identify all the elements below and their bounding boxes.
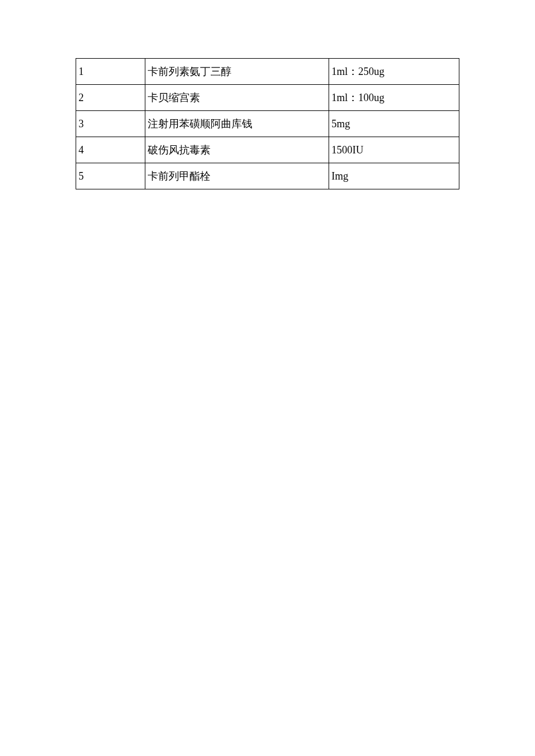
row-index: 5 xyxy=(76,163,145,189)
medication-name: 卡前列甲酯栓 xyxy=(145,163,329,189)
medication-spec: 1ml：100ug xyxy=(329,85,459,111)
medication-name: 卡前列素氨丁三醇 xyxy=(145,59,329,85)
table-row: 2 卡贝缩宫素 1ml：100ug xyxy=(76,85,459,111)
table-row: 5 卡前列甲酯栓 Img xyxy=(76,163,459,189)
medication-name: 破伤风抗毒素 xyxy=(145,137,329,163)
table-row: 3 注射用苯磺顺阿曲库钱 5mg xyxy=(76,111,459,137)
medication-spec: Img xyxy=(329,163,459,189)
medication-spec: 5mg xyxy=(329,111,459,137)
medication-name: 注射用苯磺顺阿曲库钱 xyxy=(145,111,329,137)
table-row: 1 卡前列素氨丁三醇 1ml：250ug xyxy=(76,59,459,85)
medication-table: 1 卡前列素氨丁三醇 1ml：250ug 2 卡贝缩宫素 1ml：100ug 3… xyxy=(76,58,459,189)
medication-name: 卡贝缩宫素 xyxy=(145,85,329,111)
row-index: 3 xyxy=(76,111,145,137)
table-row: 4 破伤风抗毒素 1500IU xyxy=(76,137,459,163)
row-index: 4 xyxy=(76,137,145,163)
row-index: 1 xyxy=(76,59,145,85)
medication-spec: 1ml：250ug xyxy=(329,59,459,85)
row-index: 2 xyxy=(76,85,145,111)
medication-spec: 1500IU xyxy=(329,137,459,163)
